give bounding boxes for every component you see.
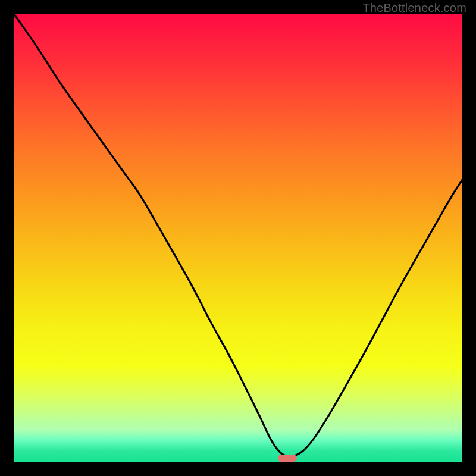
- plot-area: [14, 14, 462, 462]
- optimal-marker: [278, 455, 297, 462]
- bottleneck-curve: [14, 14, 462, 462]
- watermark-text: TheBottleneck.com: [362, 1, 466, 15]
- chart-root: TheBottleneck.com: [0, 0, 476, 476]
